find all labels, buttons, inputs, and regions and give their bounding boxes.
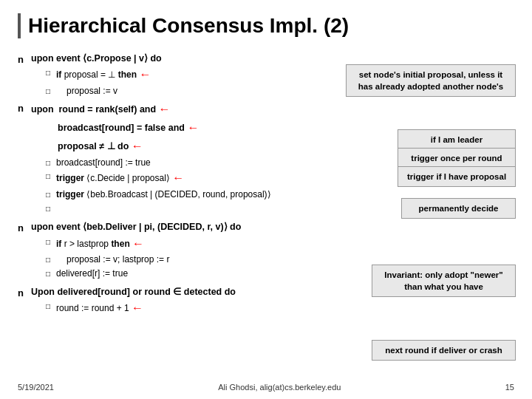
sub-4-1: □ round := round + 1 ← [46,299,514,318]
bullet-n-1: n [18,52,31,67]
keyword-upon-1: upon event ⟨c.Propose | v⟩ do [31,53,162,64]
sq-icon-2-1: □ [46,157,56,169]
sub-3-1: □ if r > lastprop then ← [46,235,514,253]
callout-4: trigger if I have proposal [398,166,516,187]
sq-icon-2-4: □ [46,203,56,215]
sub-text-2-1: broadcast[round] := true [56,156,151,170]
sq-icon-2-3: □ [46,189,56,201]
bullet-n-2: n [18,101,31,116]
callout-6: Invariant: only adopt "newer" than what … [372,265,516,297]
bullet-n-4: n [18,286,31,301]
footer: 5/19/2021 Ali Ghodsi, alig(at)cs.berkele… [0,383,532,392]
section-4-subs: □ round := round + 1 ← [46,299,514,318]
sub-text-3-2: proposal := v; lastprop := r [66,253,169,267]
sub-text-3-3: delivered[r] := true [56,267,128,281]
sq-icon-4-1: □ [46,301,56,313]
footer-date: 5/19/2021 [18,383,54,392]
sq-icon-1-1: □ [46,67,56,79]
callout-1: set node's initial proposal, unless it h… [346,64,516,97]
sub-text-2-3: trigger ⟨beb.Broadcast | (DECIDED, round… [56,188,271,202]
sub-text-1-2: proposal := v [66,84,117,98]
footer-author: Ali Ghodsi, alig(at)cs.berkeley.edu [218,383,341,392]
callout-3: trigger once per round [398,148,516,168]
sq-icon-3-3: □ [46,268,56,280]
sub-text-4-1: round := round + 1 ← [56,299,143,318]
sub-text-1-1: if proposal = ⊥ then ← [56,66,151,84]
sub-text-3-1: if r > lastprop then ← [56,235,144,253]
slide: Hierarchical Consensus Impl. (2) n upon … [0,0,532,399]
sub-text-2-2: trigger ⟨c.Decide | proposal⟩ ← [56,169,184,188]
sq-icon-3-1: □ [46,236,56,248]
bullet-n-3: n [18,221,31,236]
sq-icon-2-2: □ [46,171,56,183]
callout-2: if I am leader [398,129,516,150]
sq-icon-3-2: □ [46,254,56,266]
callout-7: next round if deliver or crash [372,340,516,361]
callout-5: permanently decide [401,198,516,219]
footer-page: 15 [505,383,514,392]
sq-icon-1-2: □ [46,86,56,98]
section-3-main: upon event ⟨beb.Deliver | pi, (DECIDED, … [31,220,514,234]
slide-title: Hierarchical Consensus Impl. (2) [18,13,514,38]
